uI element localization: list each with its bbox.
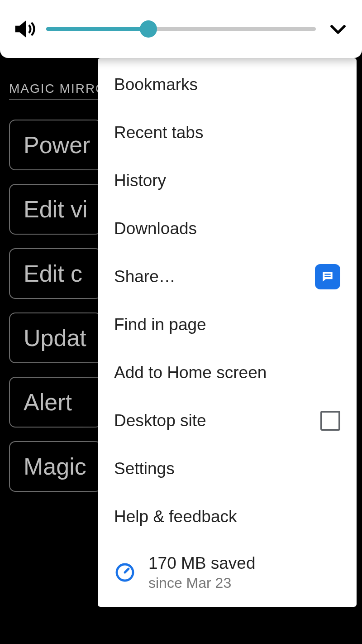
menu-item-desktop-site[interactable]: Desktop site xyxy=(98,397,357,445)
bg-button[interactable]: Alert xyxy=(9,377,102,428)
menu-item-share[interactable]: Share… xyxy=(98,253,357,301)
menu-item-recent-tabs[interactable]: Recent tabs xyxy=(98,109,357,157)
menu-item-history[interactable]: History xyxy=(98,157,357,205)
volume-panel xyxy=(0,0,362,58)
menu-label: History xyxy=(114,171,166,190)
menu-item-find-in-page[interactable]: Find in page xyxy=(98,301,357,349)
bg-button[interactable]: Magic xyxy=(9,441,102,492)
gauge-icon xyxy=(114,562,136,583)
menu-label: Settings xyxy=(114,459,175,478)
bg-button[interactable]: Edit c xyxy=(9,248,102,299)
menu-label: Downloads xyxy=(114,219,197,238)
menu-label: Find in page xyxy=(114,315,206,334)
svg-rect-1 xyxy=(324,276,330,277)
menu-item-settings[interactable]: Settings xyxy=(98,445,357,493)
menu-label: Help & feedback xyxy=(114,507,237,526)
data-saver-amount: 170 MB saved xyxy=(148,554,256,573)
menu-label: Add to Home screen xyxy=(114,363,267,382)
svg-line-3 xyxy=(125,569,129,572)
data-saver-text: 170 MB saved since Mar 23 xyxy=(148,554,256,591)
menu-label: Recent tabs xyxy=(114,123,203,142)
menu-item-help[interactable]: Help & feedback xyxy=(98,493,357,541)
slider-thumb[interactable] xyxy=(140,20,157,38)
bg-button[interactable]: Edit vi xyxy=(9,184,102,235)
messages-app-icon[interactable] xyxy=(315,264,340,289)
chevron-down-icon[interactable] xyxy=(325,16,351,42)
bg-button[interactable]: Power xyxy=(9,120,102,170)
desktop-site-checkbox[interactable] xyxy=(320,411,340,431)
slider-fill xyxy=(46,27,148,31)
speaker-icon[interactable] xyxy=(11,16,37,42)
volume-slider[interactable] xyxy=(46,20,316,38)
bg-button[interactable]: Updat xyxy=(9,312,102,363)
menu-label: Bookmarks xyxy=(114,75,198,94)
menu-label: Desktop site xyxy=(114,411,206,430)
data-saver-since: since Mar 23 xyxy=(148,575,256,591)
page-heading: MAGIC MIRROR xyxy=(9,82,100,100)
menu-item-data-saver[interactable]: 170 MB saved since Mar 23 xyxy=(98,545,357,600)
browser-menu: Bookmarks Recent tabs History Downloads … xyxy=(98,58,357,607)
menu-item-add-to-home[interactable]: Add to Home screen xyxy=(98,349,357,397)
svg-rect-0 xyxy=(324,274,330,274)
menu-item-bookmarks[interactable]: Bookmarks xyxy=(98,61,357,109)
menu-item-downloads[interactable]: Downloads xyxy=(98,205,357,253)
menu-label: Share… xyxy=(114,267,176,286)
